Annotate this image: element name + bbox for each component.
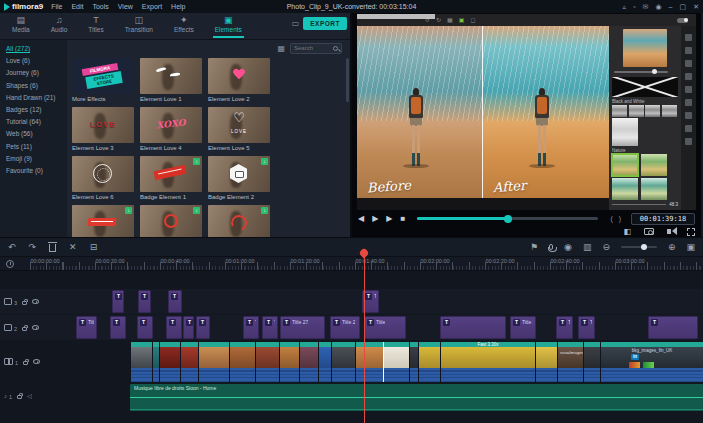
title-clip[interactable]: T xyxy=(110,316,126,339)
element-item[interactable]: ↓ xyxy=(72,205,134,237)
feedback-icon[interactable]: ✉ xyxy=(643,3,649,11)
tab-titles[interactable]: TTitles xyxy=(86,15,105,38)
playhead-line[interactable] xyxy=(364,254,365,423)
bell-icon[interactable]: ▵ xyxy=(623,3,627,11)
title-clip[interactable]: T xyxy=(138,290,151,313)
download-icon[interactable]: ↓ xyxy=(261,207,268,214)
display-mode-icon[interactable]: ◧ xyxy=(623,227,631,236)
menu-tools[interactable]: Tools xyxy=(92,3,108,10)
title-clip[interactable]: T xyxy=(440,316,506,339)
tab-audio[interactable]: ♫Audio xyxy=(49,15,70,38)
menu-view[interactable]: View xyxy=(118,3,133,10)
search-input[interactable] xyxy=(294,45,330,51)
redo-button[interactable]: ↷ xyxy=(29,241,37,253)
mixer-button[interactable]: ▥ xyxy=(583,241,592,253)
category-hand-drawn-21[interactable]: Hand Drawn (21) xyxy=(6,92,67,104)
tab-transition[interactable]: ◫Transition xyxy=(123,15,155,38)
menu-file[interactable]: File xyxy=(51,3,62,10)
audio-clip[interactable]: Musique libre de droits Sioon - Home xyxy=(130,384,703,411)
category-shapes-6[interactable]: Shapes (6) xyxy=(6,80,67,92)
video-clip[interactable] xyxy=(318,342,331,382)
video-clip[interactable] xyxy=(180,342,198,382)
tab-media[interactable]: ▤Media xyxy=(10,15,32,38)
element-item-element-love-2[interactable]: Element Love 2 xyxy=(208,58,270,107)
stop-button[interactable]: ■ xyxy=(400,214,405,224)
element-item-element-love-4[interactable]: XOXOElement Love 4 xyxy=(140,107,202,156)
eye-icon[interactable] xyxy=(33,359,40,364)
menu-help[interactable]: Help xyxy=(171,3,185,10)
snapshot-icon[interactable] xyxy=(644,228,654,235)
category-pets-11[interactable]: Pets (11) xyxy=(6,141,67,153)
category-badges-12[interactable]: Badges (12) xyxy=(6,104,67,116)
category-web-56[interactable]: Web (56) xyxy=(6,128,67,140)
mark-in-out-icon[interactable]: ( ) xyxy=(610,215,623,222)
search-icon[interactable] xyxy=(333,46,338,51)
video-clip[interactable] xyxy=(418,342,440,382)
timeline-zoom-slider[interactable] xyxy=(621,246,657,248)
title-clip[interactable]: T xyxy=(648,316,698,339)
preview-video-frame[interactable]: ↺ ↻ ▦ ▣ ◻ Before xyxy=(357,14,696,210)
title-clip[interactable]: TTitle 27 xyxy=(510,316,536,339)
zoom-out-icon[interactable]: ⊖ xyxy=(602,241,610,253)
grid-view-icon[interactable]: ▦ xyxy=(277,44,285,53)
title-clip[interactable]: TT xyxy=(262,316,278,339)
delete-button[interactable] xyxy=(49,244,56,252)
tab-effects[interactable]: ✦Effects xyxy=(172,15,196,38)
title-clip[interactable]: TTi xyxy=(578,316,595,339)
timecode-settings-icon[interactable] xyxy=(6,260,14,268)
title-clip[interactable]: T xyxy=(196,316,210,339)
account-icon[interactable]: ◉ xyxy=(655,3,661,11)
close-icon[interactable]: ✕ xyxy=(693,3,699,11)
upload-icon[interactable]: ▫ xyxy=(633,3,635,10)
video-clip[interactable]: visualimages xyxy=(557,342,583,382)
element-item[interactable]: ↓ xyxy=(208,205,270,237)
video-clip[interactable] xyxy=(535,342,557,382)
marker-button[interactable]: ⚑ xyxy=(530,241,538,253)
element-item-element-love-3[interactable]: LOVEElement Love 3 xyxy=(72,107,134,156)
title-clip[interactable]: TTitle xyxy=(556,316,573,339)
zoom-in-icon[interactable]: ⊕ xyxy=(668,241,676,253)
seek-knob[interactable] xyxy=(504,215,512,223)
seek-bar[interactable] xyxy=(417,217,598,220)
video-clip[interactable]: Fast 3.30x xyxy=(440,342,535,382)
menu-export[interactable]: Export xyxy=(142,3,162,10)
category-all-272[interactable]: All (272) xyxy=(6,43,67,55)
eye-icon[interactable] xyxy=(32,299,39,304)
video-clip[interactable]: bkg_images_fin_UKin xyxy=(600,342,703,382)
title-clip[interactable]: T xyxy=(137,316,153,339)
video-clip[interactable] xyxy=(279,342,299,382)
video-clip[interactable] xyxy=(255,342,279,382)
title-clip[interactable]: TTitl xyxy=(243,316,259,339)
next-frame-button[interactable]: ▶ xyxy=(386,214,392,224)
lock-icon[interactable] xyxy=(23,361,28,365)
voiceover-button[interactable] xyxy=(549,244,553,250)
play-button[interactable]: ▶ xyxy=(372,214,378,224)
category-tutorial-64[interactable]: Tutorial (64) xyxy=(6,116,67,128)
element-item-element-love-6[interactable]: Element Love 6 xyxy=(72,156,134,205)
element-item-more-effects[interactable]: FILMORAEFFECTS STOREMore Effects xyxy=(72,58,134,107)
video-clip[interactable] xyxy=(299,342,318,382)
title-clip[interactable]: T xyxy=(112,290,124,313)
title-clip[interactable]: TTitle xyxy=(364,316,406,339)
timeline-ruler[interactable]: 00:00:00:0000:00:20:0000:00:40:0000:01:0… xyxy=(0,257,703,271)
grid-scrollbar[interactable] xyxy=(346,58,349,102)
video-clip[interactable] xyxy=(409,342,418,382)
maximize-icon[interactable]: ▢ xyxy=(680,3,687,11)
category-favourite-0[interactable]: Favourite (0) xyxy=(6,165,67,177)
lock-icon[interactable] xyxy=(17,395,22,399)
element-item-badge-element-1[interactable]: ↓Badge Element 1 xyxy=(140,156,202,205)
fullscreen-icon[interactable] xyxy=(687,228,695,236)
category-journey-6[interactable]: Journey (6) xyxy=(6,67,67,79)
close-gap-button[interactable]: ✕ xyxy=(69,241,77,253)
title-clip[interactable]: TTitl xyxy=(76,316,97,339)
video-clip[interactable] xyxy=(331,342,355,382)
title-clip[interactable]: T xyxy=(168,290,182,313)
video-clip[interactable] xyxy=(583,342,600,382)
download-icon[interactable]: ↓ xyxy=(193,207,200,214)
video-clip[interactable] xyxy=(383,342,409,382)
category-emoji-9[interactable]: Emoji (9) xyxy=(6,153,67,165)
video-clip[interactable] xyxy=(355,342,383,382)
tab-elements[interactable]: ▣Elements xyxy=(213,15,244,38)
category-love-6[interactable]: Love (6) xyxy=(6,55,67,67)
video-clip[interactable] xyxy=(159,342,180,382)
